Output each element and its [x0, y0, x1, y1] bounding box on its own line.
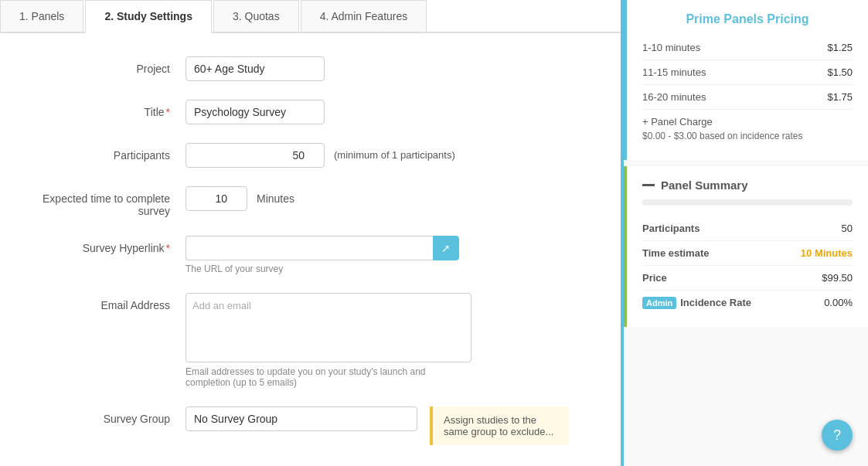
hyperlink-row: Survey Hyperlink* ➚ The URL of your surv… [31, 236, 590, 274]
email-hint: Email addresses to update you on your st… [186, 366, 471, 388]
survey-group-select-wrapper: No Survey Group [186, 406, 417, 431]
summary-title: Panel Summary [661, 179, 748, 192]
pricing-value-4: $0.00 - $3.00 based on incidence rates [642, 131, 802, 141]
survey-group-label: Survey Group [31, 406, 186, 425]
summary-price-label: Price [642, 272, 667, 284]
summary-participants-value: 50 [842, 223, 853, 234]
title-required: * [166, 106, 170, 118]
summary-incidence-label: AdminIncidence Rate [642, 297, 751, 308]
pricing-label-4: + Panel Charge [642, 116, 713, 128]
summary-time-value: 10 Minutes [801, 247, 853, 259]
external-link-icon: ➚ [441, 242, 451, 254]
title-row: Title* [31, 100, 590, 124]
participants-row: Participants (minimum of 1 participants) [31, 143, 590, 168]
summary-price-row: Price $99.50 [642, 266, 853, 291]
help-icon: ? [833, 427, 841, 444]
summary-time-row: Time estimate 10 Minutes [642, 241, 853, 266]
summary-participants-label: Participants [642, 223, 700, 234]
pricing-row-4: + Panel Charge $0.00 - $3.00 based on in… [642, 110, 853, 148]
project-row: Project [31, 56, 590, 81]
pricing-row-3: 16-20 minutes $1.75 [642, 85, 853, 110]
hyperlink-wrapper: ➚ [186, 236, 459, 260]
project-label: Project [31, 56, 186, 75]
pricing-section: Prime Panels Pricing 1-10 minutes $1.25 … [624, 0, 868, 160]
time-label: Expected time to complete survey [31, 186, 186, 217]
admin-badge: Admin [642, 297, 676, 309]
hyperlink-input[interactable] [186, 236, 433, 260]
email-label: Email Address [31, 293, 186, 311]
hyperlink-label: Survey Hyperlink* [31, 236, 186, 254]
pricing-value-3: $1.75 [827, 91, 853, 103]
right-panel: Prime Panels Pricing 1-10 minutes $1.25 … [621, 0, 868, 466]
summary-time-label: Time estimate [642, 247, 709, 259]
title-input[interactable] [186, 100, 325, 124]
pricing-title: Prime Panels Pricing [642, 12, 853, 26]
survey-group-select[interactable]: No Survey Group [186, 406, 417, 431]
participants-input[interactable] [186, 143, 325, 168]
study-settings-form: Project Title* Participants (minimum of … [0, 33, 621, 466]
title-label: Title* [31, 100, 186, 118]
summary-participants-row: Participants 50 [642, 216, 853, 241]
hyperlink-required: * [166, 242, 170, 254]
pricing-label-2: 11-15 minutes [642, 66, 706, 78]
tab-admin-features[interactable]: 4. Admin Features [301, 0, 427, 32]
email-row: Email Address Add an email Email address… [31, 293, 590, 388]
participants-label: Participants [31, 143, 186, 162]
pricing-row-2: 11-15 minutes $1.50 [642, 60, 853, 85]
summary-incidence-row: AdminIncidence Rate 0.00% [642, 291, 853, 315]
pricing-value-2: $1.50 [827, 66, 853, 78]
hyperlink-open-button[interactable]: ➚ [433, 236, 459, 260]
survey-group-info: Assign studies to the same group to excl… [430, 406, 569, 445]
summary-header: Panel Summary [642, 179, 853, 192]
participants-note: (minimum of 1 participants) [334, 143, 455, 161]
time-row: Expected time to complete survey Minutes [31, 186, 590, 217]
minutes-label: Minutes [257, 186, 294, 205]
pricing-row-1: 1-10 minutes $1.25 [642, 36, 853, 60]
time-input[interactable] [186, 186, 247, 211]
pricing-label-3: 16-20 minutes [642, 91, 706, 103]
tab-bar: 1. Panels 2. Study Settings 3. Quotas 4.… [0, 0, 621, 33]
summary-section: Panel Summary Participants 50 Time estim… [624, 166, 868, 327]
pricing-value-1: $1.25 [827, 42, 853, 53]
tab-panels[interactable]: 1. Panels [0, 0, 83, 32]
summary-price-value: $99.50 [822, 272, 853, 284]
email-wrapper: Add an email Email addresses to update y… [186, 293, 471, 388]
hyperlink-hint: The URL of your survey [186, 264, 459, 274]
email-input-area[interactable]: Add an email [186, 293, 471, 362]
summary-progress-bar [642, 199, 853, 206]
project-input[interactable] [186, 56, 325, 81]
tab-study-settings[interactable]: 2. Study Settings [85, 0, 212, 33]
pricing-label-1: 1-10 minutes [642, 42, 700, 53]
summary-dash-icon [642, 184, 655, 186]
tab-quotas[interactable]: 3. Quotas [213, 0, 299, 32]
summary-incidence-value: 0.00% [824, 297, 853, 308]
survey-group-row: Survey Group No Survey Group Assign stud… [31, 406, 590, 445]
help-button[interactable]: ? [822, 420, 853, 451]
